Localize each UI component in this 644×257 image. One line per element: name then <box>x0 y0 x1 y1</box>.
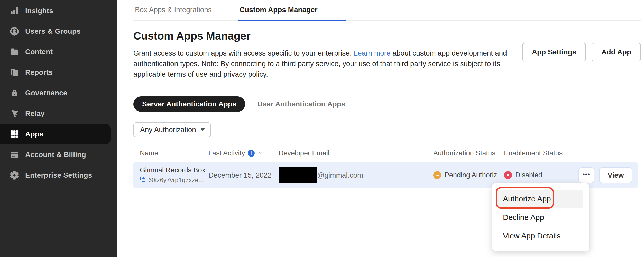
user-authentication-apps-pill[interactable]: User Authentication Apps <box>249 96 354 112</box>
header-actions: App Settings Add App <box>522 43 641 61</box>
sidebar-item-label: Enterprise Settings <box>25 171 92 179</box>
reports-icon <box>9 67 20 78</box>
row-actions-cell: ••• View <box>576 167 638 183</box>
sort-chevron-down-icon[interactable] <box>257 149 263 157</box>
admin-console: Insights Users & Groups Content Reports <box>0 0 644 257</box>
users-groups-icon <box>9 26 20 36</box>
last-activity-cell: December 15, 2022 <box>208 171 279 179</box>
email-domain-text: @gimmal.com <box>317 171 363 179</box>
authorization-filter-value: Any Authorization <box>140 126 196 134</box>
sidebar-item-account-billing[interactable]: Account & Billing <box>0 144 117 165</box>
column-header-name[interactable]: Name <box>140 149 208 157</box>
app-id-row: 60tz6y7vrp1q7xze... <box>140 176 208 184</box>
enablement-status-text: Disabled <box>515 171 542 179</box>
sidebar-item-label: Governance <box>25 89 67 97</box>
column-header-label: Last Activity <box>208 149 245 157</box>
account-billing-card-icon <box>9 150 20 160</box>
app-settings-button[interactable]: App Settings <box>522 43 586 61</box>
tab-custom-apps-manager[interactable]: Custom Apps Manager <box>238 5 346 21</box>
tab-box-apps-integrations[interactable]: Box Apps & Integrations <box>133 5 213 21</box>
sidebar-item-label: Account & Billing <box>25 151 86 159</box>
column-header-developer-email[interactable]: Developer Email <box>279 149 433 157</box>
tab-bar: Box Apps & Integrations Custom Apps Mana… <box>133 0 641 21</box>
app-name: Gimmal Records Box <box>140 166 208 174</box>
sidebar-item-users-groups[interactable]: Users & Groups <box>0 21 117 42</box>
authorization-status-text: Pending Authoriz <box>445 171 497 179</box>
sidebar-item-apps[interactable]: Apps <box>0 124 111 144</box>
content-folder-icon <box>9 47 20 57</box>
sidebar-item-label: Users & Groups <box>25 27 81 35</box>
insights-icon <box>9 6 20 16</box>
page-description: Grant access to custom apps with access … <box>133 48 514 79</box>
column-header-last-activity[interactable]: Last Activity i <box>208 149 279 157</box>
add-app-button[interactable]: Add App <box>592 43 641 61</box>
sidebar-item-relay[interactable]: Relay <box>0 103 117 124</box>
menu-item-authorize-app[interactable]: Authorize App <box>497 190 583 208</box>
auth-type-toggle: Server Authentication Apps User Authenti… <box>133 96 641 112</box>
copy-icon[interactable] <box>140 176 146 184</box>
enterprise-settings-gear-icon <box>9 170 20 180</box>
more-actions-button[interactable]: ••• <box>578 167 594 183</box>
page-header: Custom Apps Manager Grant access to cust… <box>133 21 641 79</box>
table-header: Name Last Activity i Developer Email Aut… <box>133 148 641 158</box>
page-header-text: Custom Apps Manager Grant access to cust… <box>133 21 514 79</box>
authorization-status-cell: Pending Authoriz <box>433 171 504 179</box>
sidebar-item-governance[interactable]: Governance <box>0 83 117 103</box>
disabled-status-icon: ✕ <box>504 171 512 179</box>
sidebar-item-label: Apps <box>25 130 43 138</box>
row-context-menu: Authorize App Decline App View App Detai… <box>492 183 589 251</box>
enablement-status-cell: ✕ Disabled <box>504 171 576 179</box>
sidebar-item-label: Insights <box>25 7 53 15</box>
governance-lock-icon <box>9 88 20 98</box>
description-text-before: Grant access to custom apps with access … <box>133 49 354 57</box>
info-icon[interactable]: i <box>248 150 255 157</box>
menu-item-decline-app[interactable]: Decline App <box>497 208 583 227</box>
view-button[interactable]: View <box>599 167 632 183</box>
sidebar-item-content[interactable]: Content <box>0 42 117 62</box>
pending-status-icon <box>433 171 441 179</box>
authorization-filter-dropdown[interactable]: Any Authorization <box>133 122 211 137</box>
apps-grid-icon <box>9 129 20 139</box>
column-header-authorization-status[interactable]: Authorization Status <box>433 149 504 157</box>
server-authentication-apps-pill[interactable]: Server Authentication Apps <box>133 96 245 112</box>
page-title: Custom Apps Manager <box>133 30 514 42</box>
relay-flag-icon <box>9 108 20 119</box>
caret-down-icon <box>201 128 205 131</box>
learn-more-link[interactable]: Learn more <box>354 49 390 57</box>
sidebar-item-label: Reports <box>25 68 53 77</box>
sidebar-item-reports[interactable]: Reports <box>0 62 117 83</box>
developer-email-cell: @gimmal.com <box>279 167 433 183</box>
app-id-text: 60tz6y7vrp1q7xze... <box>148 177 204 184</box>
sidebar-item-label: Content <box>25 48 53 56</box>
app-name-cell: Gimmal Records Box 60tz6y7vrp1q7xze... <box>140 166 208 184</box>
sidebar-item-label: Relay <box>25 109 45 118</box>
redacted-email-block <box>279 167 317 183</box>
sidebar-item-insights[interactable]: Insights <box>0 1 117 21</box>
sidebar-item-enterprise-settings[interactable]: Enterprise Settings <box>0 165 117 186</box>
sidebar: Insights Users & Groups Content Reports <box>0 0 117 257</box>
menu-item-view-app-details[interactable]: View App Details <box>497 227 583 245</box>
column-header-enablement-status[interactable]: Enablement Status <box>504 149 576 157</box>
